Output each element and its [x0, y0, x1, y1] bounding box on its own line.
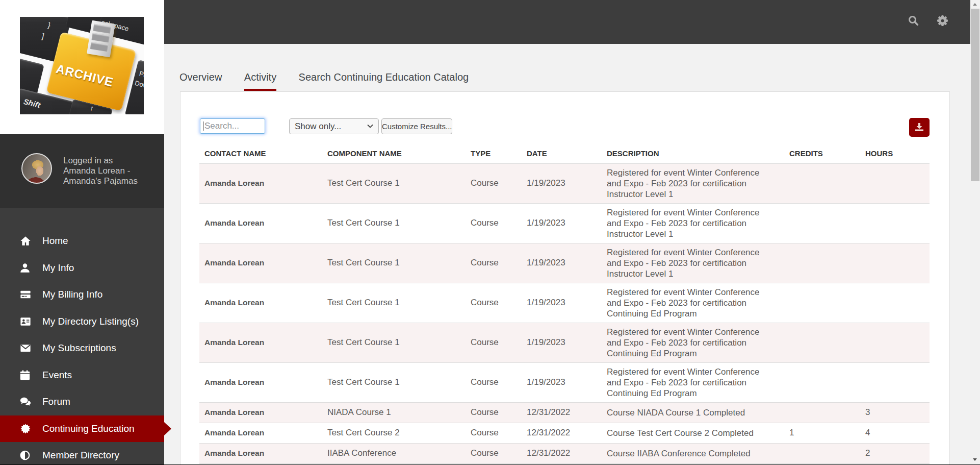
table-header-row: CONTACT NAME COMPONENT NAME TYPE DATE DE…: [199, 143, 930, 163]
cell-type: Course: [466, 443, 522, 463]
cell-date: 1/19/2023: [522, 203, 602, 243]
user-section: Logged in as Amanda Lorean - Amanda's Pa…: [0, 134, 164, 208]
cell-contact-name: Amanda Lorean: [199, 402, 322, 423]
cell-component-name: Test Cert Course 1: [322, 243, 466, 283]
logged-in-text: Logged in as Amanda Lorean - Amanda's Pa…: [63, 156, 138, 186]
table-row: Amanda Lorean Test Cert Course 2 Course …: [199, 423, 930, 443]
tab-overview[interactable]: Overview: [179, 72, 222, 89]
col-hours[interactable]: HOURS: [860, 143, 930, 163]
col-contact-name[interactable]: CONTACT NAME: [199, 143, 322, 163]
archive-keyboard-image: } ] ackspace Shift Pag Dow ↑ ARCHIVE: [20, 17, 144, 114]
table-row: Amanda Lorean IIABA Conference Course 12…: [199, 443, 930, 463]
sidebar-item-member-directory[interactable]: Member Directory: [0, 442, 164, 465]
tab-activity[interactable]: Activity: [244, 72, 276, 91]
cell-hours: [860, 283, 930, 323]
cell-description: Registered for event Winter Conference a…: [602, 283, 784, 323]
cell-credits: [784, 362, 860, 402]
sidebar: } ] ackspace Shift Pag Dow ↑ ARCHIVE: [0, 0, 164, 465]
activity-panel: Show only... Customize Results... CONTAC…: [180, 91, 950, 465]
cell-hours: [860, 323, 930, 362]
cell-contact-name: Amanda Lorean: [199, 203, 322, 243]
sidebar-item-my-subscriptions[interactable]: My Subscriptions: [0, 335, 164, 362]
cell-hours: 3: [860, 402, 930, 423]
logged-in-line1: Logged in as: [63, 156, 138, 166]
cell-date: 1/19/2023: [522, 243, 602, 283]
cell-date: 12/31/2022: [522, 423, 602, 443]
cell-description: Registered for event Winter Conference a…: [602, 323, 784, 362]
cell-hours: 4: [860, 423, 930, 443]
scrollbar-thumb[interactable]: [971, 9, 979, 181]
cell-date: 1/19/2023: [522, 323, 602, 362]
tab-search-ce-catalog[interactable]: Search Continuing Education Catalog: [299, 72, 469, 89]
table-row: Amanda Lorean Test Cert Course 1 Course …: [199, 163, 930, 203]
sidebar-item-my-directory-listings[interactable]: My Directory Listing(s): [0, 308, 164, 335]
cell-type: Course: [466, 423, 522, 443]
cell-contact-name: Amanda Lorean: [199, 362, 322, 402]
cell-contact-name: Amanda Lorean: [199, 443, 322, 463]
gear-icon[interactable]: [937, 15, 949, 27]
cell-contact-name: Amanda Lorean: [199, 243, 322, 283]
col-description[interactable]: DESCRIPTION: [602, 143, 784, 163]
cell-description: Registered for event Winter Conference a…: [602, 163, 784, 203]
search-icon[interactable]: [907, 14, 919, 27]
search-input[interactable]: [200, 118, 265, 134]
logged-in-line3: Amanda's Pajamas: [63, 176, 138, 186]
cell-type: Course: [466, 362, 522, 402]
calendar-icon: [19, 369, 33, 381]
table-row: Amanda Lorean Test Cert Course 1 Course …: [199, 362, 930, 402]
cell-date: 1/19/2023: [522, 163, 602, 203]
cell-contact-name: Amanda Lorean: [199, 283, 322, 323]
download-button[interactable]: [909, 118, 930, 137]
sidebar-item-forum[interactable]: Forum: [0, 388, 164, 415]
col-component-name[interactable]: COMPONENT NAME: [322, 143, 466, 163]
cell-component-name: Test Cert Course 1: [322, 163, 466, 203]
activity-table: CONTACT NAME COMPONENT NAME TYPE DATE DE…: [199, 143, 930, 464]
cell-hours: [860, 243, 930, 283]
show-only-select[interactable]: Show only...: [289, 118, 379, 134]
sidebar-nav: Home My Info My Billing Info My Director…: [0, 208, 164, 465]
col-credits[interactable]: CREDITS: [784, 143, 860, 163]
sidebar-item-my-info[interactable]: My Info: [0, 255, 164, 282]
sidebar-item-continuing-education[interactable]: Continuing Education: [0, 415, 164, 443]
sidebar-item-events[interactable]: Events: [0, 362, 164, 389]
cell-credits: [784, 283, 860, 323]
cell-contact-name: Amanda Lorean: [199, 423, 322, 443]
home-icon: [19, 235, 33, 247]
table-row: Amanda Lorean Test Cert Course 1 Course …: [199, 243, 930, 283]
sidebar-item-home[interactable]: Home: [0, 228, 164, 255]
cell-type: Course: [466, 323, 522, 362]
customize-results-button[interactable]: Customize Results...: [381, 118, 452, 134]
envelope-icon: [19, 342, 33, 354]
table-row: Amanda Lorean NIADA Course 1 Course 12/3…: [199, 402, 930, 423]
tab-bar: Overview Activity Search Continuing Educ…: [179, 72, 488, 91]
cell-type: Course: [466, 243, 522, 283]
address-card-icon: [19, 315, 33, 328]
billing-card-icon: [19, 288, 33, 301]
table-row: Amanda Lorean Test Cert Course 1 Course …: [199, 203, 930, 243]
page-scrollbar: [970, 0, 980, 465]
cell-type: Course: [466, 283, 522, 323]
cell-description: Registered for event Winter Conference a…: [602, 243, 784, 283]
cell-component-name: Test Cert Course 1: [322, 283, 466, 323]
col-type[interactable]: TYPE: [466, 143, 522, 163]
cell-component-name: Test Cert Course 1: [322, 323, 466, 362]
scrollbar-down-arrow[interactable]: [970, 455, 980, 464]
cell-description: Course NIADA Course 1 Completed: [602, 402, 784, 423]
cell-type: Course: [466, 203, 522, 243]
top-header: [164, 0, 970, 44]
cell-credits: [784, 243, 860, 283]
comments-icon: [19, 396, 33, 408]
cell-component-name: IIABA Conference: [322, 443, 466, 463]
avatar[interactable]: [21, 153, 52, 184]
cell-component-name: Test Cert Course 1: [322, 203, 466, 243]
cell-description: Course IIABA Conference Completed: [602, 443, 784, 463]
user-icon: [19, 262, 33, 274]
cell-hours: [860, 203, 930, 243]
scrollbar-up-arrow[interactable]: [970, 0, 980, 9]
sidebar-item-my-billing-info[interactable]: My Billing Info: [0, 281, 164, 308]
col-date[interactable]: DATE: [522, 143, 602, 163]
cell-date: 12/31/2022: [522, 443, 602, 463]
cell-credits: [784, 402, 860, 423]
seal-icon: [19, 423, 33, 435]
cell-credits: [784, 163, 860, 203]
